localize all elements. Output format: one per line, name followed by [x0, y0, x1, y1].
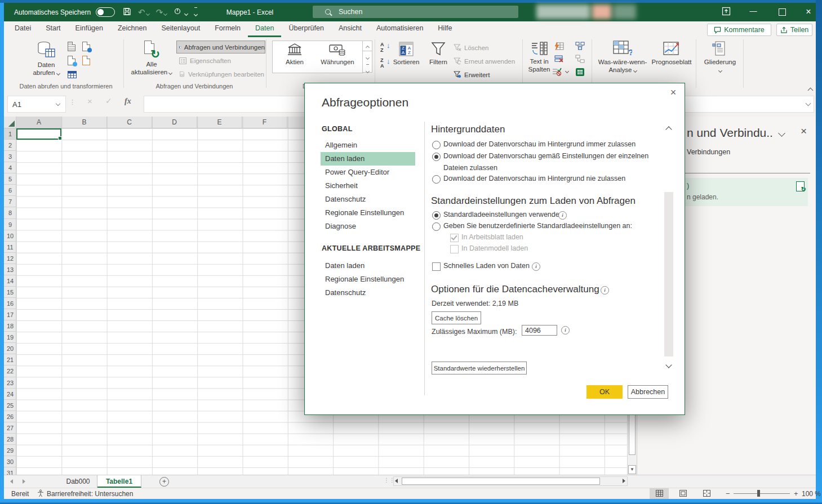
stocks-button[interactable]: Aktien: [274, 42, 315, 71]
queries-connections-button[interactable]: Abfragen und Verbindungen: [176, 41, 265, 53]
existing-connections-icon[interactable]: [82, 56, 90, 65]
column-header-f[interactable]: F: [242, 117, 287, 128]
advanced-filter-button[interactable]: Erweitert: [454, 69, 520, 81]
info-icon[interactable]: i: [601, 286, 609, 295]
selected-cell-a1[interactable]: [16, 128, 61, 140]
info-icon[interactable]: i: [561, 326, 570, 334]
ribbon-tab-hilfe[interactable]: Hilfe: [430, 21, 459, 37]
manage-data-model-icon[interactable]: [575, 68, 585, 79]
text-to-columns-button[interactable]: Text inSpalten: [526, 39, 553, 82]
radio-bg-per-file-label[interactable]: Download der Datenvorschau gemäß Einstel…: [443, 152, 648, 160]
row-header-15[interactable]: 15: [4, 287, 16, 298]
what-if-analysis-button[interactable]: ? Was-wäre-wenn- Analyse: [596, 39, 650, 82]
fill-handle[interactable]: [58, 136, 62, 140]
row-header-24[interactable]: 24: [4, 389, 16, 400]
ribbon-display-options-icon[interactable]: [722, 7, 731, 17]
row-header-22[interactable]: 22: [4, 365, 16, 377]
row-header-16[interactable]: 16: [4, 298, 16, 309]
zoom-slider-track[interactable]: [734, 493, 790, 494]
formula-bar-splitter[interactable]: ⋮: [69, 99, 75, 106]
radio-bg-always-label[interactable]: Download der Datenvorschau im Hintergrun…: [443, 140, 636, 148]
row-header-2[interactable]: 2: [4, 140, 16, 151]
nav-global-daten-laden[interactable]: Daten laden: [321, 152, 415, 166]
row-header-11[interactable]: 11: [4, 242, 16, 253]
normal-view-button[interactable]: [650, 488, 669, 499]
row-header-31[interactable]: 31: [4, 467, 16, 475]
scroll-right-button[interactable]: [623, 479, 625, 483]
nav-global-power-query-editor[interactable]: Power Query-Editor: [321, 166, 415, 179]
nav-global-datenschutz[interactable]: Datenschutz: [321, 193, 415, 206]
from-text-file-icon[interactable]: [68, 42, 75, 51]
info-icon[interactable]: i: [532, 262, 540, 271]
horizontal-scrollbar-thumb[interactable]: [402, 478, 600, 485]
row-header-28[interactable]: 28: [4, 434, 16, 445]
nav-global-sicherheit[interactable]: Sicherheit: [321, 179, 415, 193]
ribbon-tab-ansicht[interactable]: Ansicht: [331, 21, 369, 37]
scroll-down-button[interactable]: ▼: [628, 465, 636, 474]
pane-close-icon[interactable]: ×: [801, 125, 807, 137]
from-web-icon[interactable]: [68, 56, 75, 65]
zoom-level[interactable]: 100 %: [802, 490, 821, 498]
ok-button[interactable]: OK: [586, 385, 623, 399]
nav-global-allgemein[interactable]: Allgemein: [321, 139, 415, 152]
row-header-8[interactable]: 8: [4, 207, 16, 218]
nav-global-diagnose[interactable]: Diagnose: [321, 220, 415, 233]
flash-fill-icon[interactable]: [554, 42, 564, 53]
nav-workbook-regionale-einstellungen[interactable]: Regionale Einstellungen: [321, 273, 415, 286]
column-header-b[interactable]: B: [62, 117, 107, 128]
scroll-left-button[interactable]: [395, 479, 398, 483]
row-header-10[interactable]: 10: [4, 230, 16, 242]
row-header-3[interactable]: 3: [4, 151, 16, 162]
zoom-in-button[interactable]: +: [794, 489, 798, 498]
get-data-button[interactable]: Daten abrufen: [28, 39, 65, 82]
scroll-up-icon[interactable]: [665, 126, 672, 132]
ribbon-tab-seitenlayout[interactable]: Seitenlayout: [154, 21, 207, 37]
sheet-tab-dab000[interactable]: Dab000: [59, 475, 97, 488]
checkbox-fast-load-label[interactable]: Schnelles Laden von Daten: [443, 262, 530, 270]
row-header-21[interactable]: 21: [4, 354, 16, 365]
row-header-26[interactable]: 26: [4, 411, 16, 422]
radio-bg-always[interactable]: [432, 141, 441, 149]
name-box[interactable]: A1: [7, 96, 66, 113]
name-box-chevron-icon[interactable]: [56, 101, 60, 106]
nav-workbook-daten-laden[interactable]: Daten laden: [321, 259, 415, 273]
touch-mouse-mode-icon[interactable]: [174, 7, 188, 17]
row-header-20[interactable]: 20: [4, 343, 16, 354]
restore-defaults-button[interactable]: Standardwerte wiederherstellen: [432, 362, 527, 374]
row-header-18[interactable]: 18: [4, 320, 16, 332]
page-layout-view-button[interactable]: [673, 488, 692, 499]
outline-button[interactable]: Gliederung: [700, 39, 740, 82]
row-header-9[interactable]: 9: [4, 219, 16, 230]
radio-bg-never[interactable]: [432, 175, 441, 184]
remove-duplicates-icon[interactable]: [554, 55, 564, 66]
ribbon-tab-formeln[interactable]: Formeln: [207, 21, 248, 37]
radio-use-default-label[interactable]: Standardladeeinstellungen verwenden: [443, 211, 563, 218]
share-button[interactable]: Teilen: [776, 24, 812, 36]
row-header-17[interactable]: 17: [4, 309, 16, 320]
forecast-sheet-button[interactable]: Prognoseblatt: [650, 39, 694, 82]
radio-custom-load[interactable]: [432, 222, 441, 231]
radio-bg-never-label[interactable]: Download der Datenvorschau im Hintergrun…: [443, 175, 625, 182]
row-headers[interactable]: 1234567891011121314151617181920212223242…: [4, 128, 16, 475]
ribbon-tab-zeichnen[interactable]: Zeichnen: [110, 21, 154, 37]
sheet-tab-tabelle1[interactable]: Tabelle1: [97, 475, 141, 488]
pane-chevron-down-icon[interactable]: [778, 130, 785, 137]
maximize-button[interactable]: [779, 8, 786, 16]
gallery-scroll-down[interactable]: [362, 51, 372, 62]
column-header-d[interactable]: D: [152, 117, 197, 128]
row-header-19[interactable]: 19: [4, 332, 16, 343]
dialog-scrollbar-thumb[interactable]: [664, 192, 673, 356]
ribbon-tab-daten[interactable]: Daten: [248, 21, 281, 37]
quick-access-toolbar-chevron-icon[interactable]: [194, 7, 197, 17]
row-header-6[interactable]: 6: [4, 185, 16, 196]
row-header-12[interactable]: 12: [4, 253, 16, 264]
row-header-27[interactable]: 27: [4, 422, 16, 434]
ribbon-tab-überprüfen[interactable]: Überprüfen: [281, 21, 331, 37]
ribbon-tab-start[interactable]: Start: [38, 21, 68, 37]
ribbon-tab-einfügen[interactable]: Einfügen: [68, 21, 110, 37]
zoom-slider-thumb[interactable]: [757, 490, 760, 497]
dialog-scrollbar[interactable]: [664, 124, 673, 374]
clear-cache-button[interactable]: Cache löschen: [432, 311, 481, 324]
column-header-e[interactable]: E: [197, 117, 242, 128]
file-refresh-icon[interactable]: ↻: [796, 181, 805, 191]
